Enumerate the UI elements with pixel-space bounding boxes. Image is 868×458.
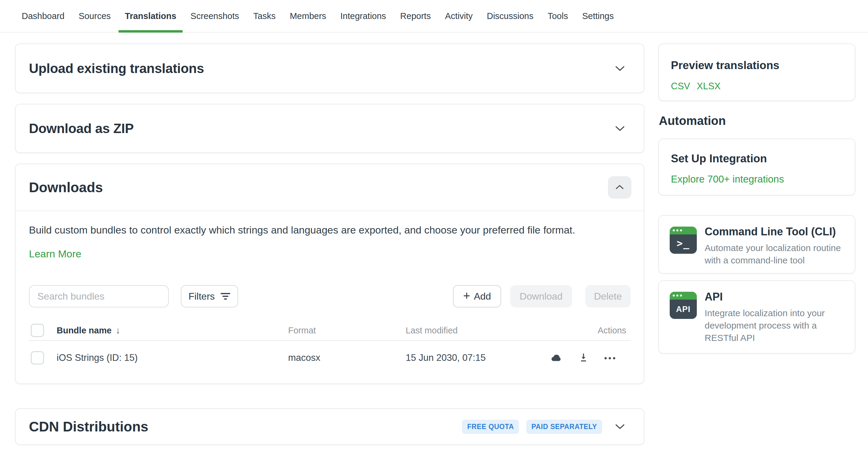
filter-icon <box>220 293 230 300</box>
chevron-up-icon <box>615 184 624 190</box>
preview-translations-title: Preview translations <box>671 59 843 72</box>
downloads-card-title: Downloads <box>29 179 103 196</box>
bundle-name-cell: iOS Strings (ID: 15) <box>57 352 138 363</box>
chevron-down-icon[interactable] <box>615 65 625 71</box>
sort-desc-icon: ↓ <box>116 325 120 336</box>
explore-integrations-link[interactable]: Explore 700+ integrations <box>671 173 784 185</box>
downloads-controls: Filters + Add Download Delete <box>29 285 630 308</box>
nav-sources[interactable]: Sources <box>79 0 111 32</box>
cdn-distributions-card[interactable]: CDN Distributions FREE QUOTA PAID SEPARA… <box>15 408 644 445</box>
cli-terminal-icon: >_ <box>670 227 697 254</box>
filters-button[interactable]: Filters <box>181 285 238 308</box>
cli-prompt-glyph: >_ <box>670 234 697 254</box>
search-bundles-input[interactable] <box>29 285 169 308</box>
format-cell: macosx <box>288 352 320 363</box>
upload-card-title: Upload existing translations <box>29 61 204 76</box>
csv-link[interactable]: CSV <box>671 81 690 92</box>
download-zip-card[interactable]: Download as ZIP <box>15 104 644 153</box>
xlsx-link[interactable]: XLSX <box>697 81 721 92</box>
paid-separately-badge: PAID SEPARATELY <box>526 420 602 434</box>
automation-heading: Automation <box>659 114 726 127</box>
cli-card-description: Automate your localization routine with … <box>705 242 846 266</box>
download-icon <box>578 352 589 364</box>
nav-settings[interactable]: Settings <box>582 0 614 32</box>
learn-more-link[interactable]: Learn More <box>29 248 82 260</box>
api-glyph: API <box>670 299 697 319</box>
nav-reports[interactable]: Reports <box>400 0 431 32</box>
row-checkbox[interactable] <box>31 351 44 365</box>
setup-integration-card: Set Up Integration Explore 700+ integrat… <box>658 139 855 196</box>
active-tab-underline <box>119 30 183 33</box>
delete-button[interactable]: Delete <box>585 285 630 308</box>
api-window-icon: API <box>670 292 697 319</box>
table-row: iOS Strings (ID: 15) macosx 15 Jun 2030,… <box>29 341 630 375</box>
api-card-title: API <box>705 290 846 303</box>
chevron-down-icon[interactable] <box>615 125 625 132</box>
downloads-description: Build custom bundles to control exactly … <box>29 223 630 237</box>
select-all-checkbox[interactable] <box>31 324 44 337</box>
filters-button-label: Filters <box>188 291 215 302</box>
nav-activity[interactable]: Activity <box>445 0 472 32</box>
row-menu-button[interactable]: ••• <box>604 354 617 362</box>
nav-tools[interactable]: Tools <box>548 0 568 32</box>
cloud-export-button[interactable] <box>550 352 563 364</box>
upload-translations-card[interactable]: Upload existing translations <box>15 44 644 93</box>
nav-discussions[interactable]: Discussions <box>487 0 533 32</box>
downloads-card: Downloads Build custom bundles to contro… <box>15 164 644 384</box>
preview-translations-card: Preview translations CSV XLSX <box>658 44 855 101</box>
last-modified-cell: 15 Jun 2030, 07:15 <box>406 352 486 363</box>
chevron-down-icon[interactable] <box>615 424 625 430</box>
row-actions: ••• <box>550 352 617 364</box>
cloud-icon <box>550 352 563 364</box>
nav-screenshots[interactable]: Screenshots <box>190 0 239 32</box>
zip-card-title: Download as ZIP <box>29 121 134 136</box>
add-button-label: Add <box>474 291 491 302</box>
top-nav: Dashboard Sources Translations Screensho… <box>0 0 868 33</box>
ellipsis-icon: ••• <box>604 354 617 362</box>
add-bundle-button[interactable]: + Add <box>453 285 501 308</box>
free-quota-badge: FREE QUOTA <box>462 420 519 434</box>
api-card[interactable]: API API Integrate localization into your… <box>658 280 855 353</box>
api-card-description: Integrate localization into your develop… <box>705 307 846 344</box>
cli-tool-card[interactable]: >_ Command Line Tool (CLI) Automate your… <box>658 215 855 274</box>
setup-integration-title: Set Up Integration <box>671 152 843 165</box>
column-actions: Actions <box>598 325 626 336</box>
download-bundle-button[interactable] <box>578 352 589 364</box>
nav-members[interactable]: Members <box>290 0 326 32</box>
cdn-card-title: CDN Distributions <box>29 419 148 435</box>
table-header: Bundle name ↓ Format Last modified Actio… <box>29 324 630 337</box>
nav-integrations[interactable]: Integrations <box>340 0 386 32</box>
cli-card-title: Command Line Tool (CLI) <box>705 225 846 238</box>
column-format: Format <box>288 325 316 336</box>
downloads-card-header: Downloads <box>16 164 644 211</box>
nav-tasks[interactable]: Tasks <box>253 0 276 32</box>
download-button[interactable]: Download <box>510 285 572 308</box>
collapse-button[interactable] <box>608 176 631 199</box>
nav-translations-label: Translations <box>125 11 176 21</box>
nav-translations[interactable]: Translations <box>125 0 176 32</box>
column-bundle-name-label: Bundle name <box>57 325 112 336</box>
column-bundle-name[interactable]: Bundle name ↓ <box>57 325 120 336</box>
column-last-modified: Last modified <box>406 325 458 336</box>
plus-icon: + <box>463 290 470 302</box>
nav-dashboard[interactable]: Dashboard <box>22 0 64 32</box>
